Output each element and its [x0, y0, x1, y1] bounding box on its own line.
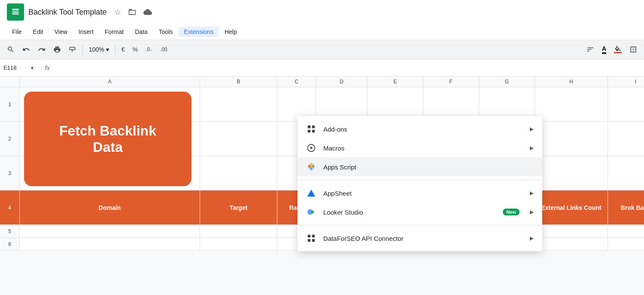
macros-label: Macros: [323, 144, 523, 152]
title-icons: ☆: [112, 6, 154, 18]
col-header-i[interactable]: I: [608, 77, 644, 87]
cell-h3[interactable]: [535, 156, 608, 190]
cell-ref-dropdown[interactable]: ▾: [31, 65, 33, 71]
decimal-decrease-button[interactable]: .0₋: [142, 44, 156, 55]
extensions-apps-script-item[interactable]: Apps Script: [298, 157, 542, 176]
print-button[interactable]: [50, 43, 64, 56]
undo-button[interactable]: [19, 43, 33, 56]
cell-h6[interactable]: [535, 238, 608, 250]
app-icon: [7, 3, 24, 21]
percent-button[interactable]: %: [129, 43, 141, 55]
row-num-4: 4: [0, 191, 20, 224]
looker-arrow: ▶: [530, 209, 534, 215]
extensions-appsheet-item[interactable]: AppSheet ▶: [298, 184, 542, 203]
cell-i6[interactable]: [608, 238, 644, 250]
col-header-g[interactable]: G: [479, 77, 535, 87]
title-bar: Backlink Tool Template ☆: [0, 0, 644, 24]
toolbar: 100% ▾ € % .0₋ .00 A: [0, 40, 644, 59]
cell-b4-header[interactable]: Target: [200, 191, 277, 224]
row-num-header: [0, 77, 20, 87]
menu-insert[interactable]: Insert: [73, 27, 99, 37]
menu-tools[interactable]: Tools: [154, 27, 178, 37]
looker-icon-container: [306, 207, 316, 217]
svg-rect-2: [12, 11, 18, 12]
row-num-6: 6: [0, 238, 20, 250]
cell-ref-input[interactable]: [3, 65, 29, 71]
macros-icon: [306, 143, 316, 153]
col-header-h[interactable]: H: [535, 77, 608, 87]
dataforseo-label: DataForSEO API Connector: [323, 235, 523, 242]
svg-rect-8: [312, 130, 315, 132]
sort-button[interactable]: [583, 43, 598, 56]
fx-label: fx: [45, 65, 50, 71]
font-color-button[interactable]: A: [598, 43, 610, 56]
col-header-e[interactable]: E: [368, 77, 423, 87]
star-button[interactable]: ☆: [112, 6, 123, 18]
cell-h2[interactable]: [535, 122, 608, 156]
menu-view[interactable]: View: [49, 27, 73, 37]
svg-rect-5: [308, 126, 310, 128]
cell-b1[interactable]: [200, 87, 277, 121]
search-button[interactable]: [3, 43, 18, 56]
svg-rect-6: [312, 126, 315, 128]
cell-i3[interactable]: [608, 156, 644, 190]
borders-button[interactable]: [626, 43, 641, 56]
zoom-control[interactable]: 100% ▾: [85, 44, 112, 55]
cell-i2[interactable]: [608, 122, 644, 156]
cell-i4-header[interactable]: Brok Back: [608, 191, 644, 224]
cell-h4-header[interactable]: External Links Count: [535, 191, 608, 224]
col-header-b[interactable]: B: [200, 77, 277, 87]
col-header-d[interactable]: D: [316, 77, 368, 87]
fetch-backlink-button[interactable]: Fetch BacklinkData: [24, 92, 191, 186]
svg-point-13: [311, 210, 314, 213]
app-title: Backlink Tool Template: [28, 8, 106, 17]
apps-script-label: Apps Script: [323, 163, 534, 171]
cell-h1[interactable]: [535, 87, 608, 121]
cell-a6[interactable]: [20, 238, 200, 250]
toolbar-divider-1: [82, 44, 83, 55]
cell-a4-header[interactable]: Domain: [20, 191, 200, 224]
addons-label: Add-ons: [323, 126, 523, 133]
cell-b3[interactable]: [200, 156, 277, 190]
redo-button[interactable]: [34, 43, 49, 56]
formula-bar: ▾ fx: [0, 59, 644, 77]
col-header-c[interactable]: C: [277, 77, 316, 87]
menu-data[interactable]: Data: [130, 27, 153, 37]
appsheet-label: AppSheet: [323, 190, 523, 197]
formula-bar-divider: [41, 63, 42, 73]
menu-help[interactable]: Help: [219, 27, 242, 37]
cell-b5[interactable]: [200, 225, 277, 237]
extensions-macros-item[interactable]: Macros ▶: [298, 138, 542, 157]
looker-label: Looker Studio: [323, 209, 496, 216]
spreadsheet: A B C D E F G H I 1 Fetch BacklinkData: [0, 77, 644, 251]
col-header-f[interactable]: F: [423, 77, 479, 87]
cell-h5[interactable]: [535, 225, 608, 237]
dropdown-divider-2: [298, 225, 542, 225]
cell-b2[interactable]: [200, 122, 277, 156]
dataforseo-icon: [306, 233, 316, 243]
svg-rect-7: [308, 130, 310, 132]
cell-i1[interactable]: [608, 87, 644, 121]
paint-format-button[interactable]: [65, 43, 80, 56]
menu-format[interactable]: Format: [100, 27, 129, 37]
cloud-button[interactable]: [142, 6, 154, 18]
fill-color-button[interactable]: [611, 43, 625, 56]
menu-file[interactable]: File: [7, 27, 27, 37]
cell-i5[interactable]: [608, 225, 644, 237]
menu-extensions[interactable]: Extensions: [179, 27, 218, 37]
svg-rect-16: [308, 239, 310, 242]
cell-b6[interactable]: [200, 238, 277, 250]
extensions-looker-item[interactable]: Looker Studio New ▶: [298, 203, 542, 221]
folder-button[interactable]: [126, 6, 138, 18]
svg-rect-4: [12, 14, 18, 15]
extensions-dataforseo-item[interactable]: DataForSEO API Connector ▶: [298, 229, 542, 248]
col-header-a[interactable]: A: [20, 77, 200, 87]
dataforseo-arrow: ▶: [530, 235, 534, 241]
extensions-addons-item[interactable]: Add-ons ▶: [298, 120, 542, 138]
menu-edit[interactable]: Edit: [28, 27, 49, 37]
currency-button[interactable]: €: [118, 43, 128, 55]
toolbar-right: A: [583, 43, 641, 56]
svg-rect-0: [10, 6, 21, 18]
decimal-increase-button[interactable]: .00: [157, 44, 171, 55]
cell-a5[interactable]: [20, 225, 200, 237]
